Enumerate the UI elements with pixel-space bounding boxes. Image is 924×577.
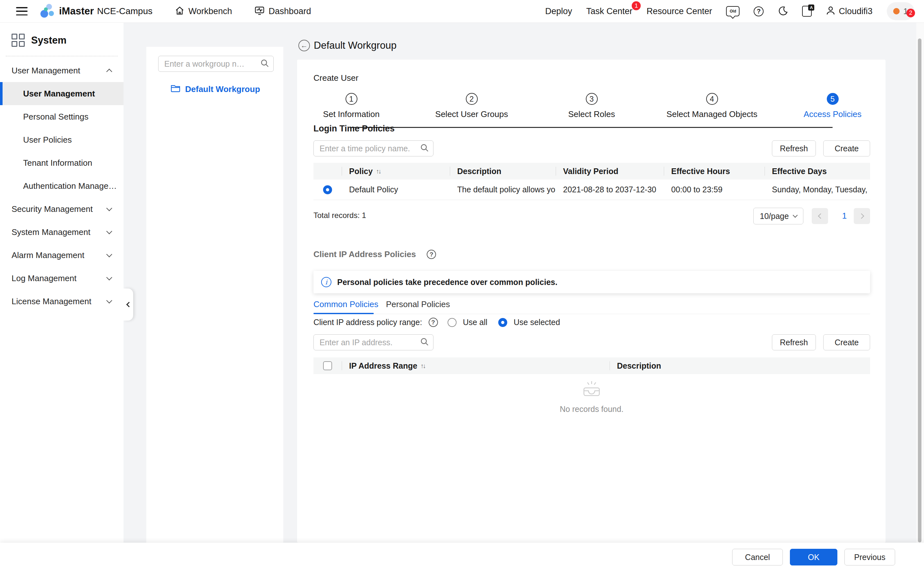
step-access-policies[interactable]: 5 Access Policies xyxy=(780,93,885,119)
cell-description: The default policy allows you… xyxy=(450,179,556,200)
sidebar-item-user-policies[interactable]: User Policies xyxy=(0,128,124,151)
nav-resource-center[interactable]: Resource Center xyxy=(646,6,712,16)
ok-button[interactable]: OK xyxy=(790,549,837,566)
top-navbar: iMaster NCE-Campus Workbench Dashboard D… xyxy=(0,0,924,23)
nav-task-center[interactable]: Task Center 1 xyxy=(586,6,632,16)
page-number[interactable]: 1 xyxy=(836,211,853,221)
sidebar-collapse-handle[interactable] xyxy=(124,288,133,321)
client-ip-refresh-button[interactable]: Refresh xyxy=(772,334,816,350)
step-label: Select Roles xyxy=(539,109,645,119)
search-icon[interactable] xyxy=(420,337,429,348)
time-policy-search-input[interactable] xyxy=(313,140,433,156)
sidebar-group-user-management[interactable]: User Management xyxy=(0,59,124,82)
radio-selected[interactable] xyxy=(323,185,332,194)
nav-deploy[interactable]: Deploy xyxy=(545,6,572,16)
brand-product-name: iMaster xyxy=(59,5,94,17)
col-effective-days: Effective Days xyxy=(764,163,870,179)
chevron-down-icon xyxy=(106,228,112,234)
ip-address-search-input[interactable] xyxy=(313,334,433,350)
workgroup-panel: Default Workgroup xyxy=(146,47,283,543)
ip-range-label: Client IP address policy range: xyxy=(313,318,422,327)
radio-use-all-label[interactable]: Use all xyxy=(463,318,487,327)
sidebar-group-security-management[interactable]: Security Management xyxy=(0,197,124,221)
login-policies-create-button[interactable]: Create xyxy=(823,140,870,156)
chevron-down-icon xyxy=(106,205,112,211)
stepper-connector-line xyxy=(351,127,833,128)
sort-icon[interactable]: ↑↓ xyxy=(421,362,425,370)
radio-use-selected[interactable] xyxy=(498,318,507,327)
nav-workbench-label: Workbench xyxy=(188,6,232,16)
cancel-button[interactable]: Cancel xyxy=(732,549,783,566)
ip-range-option-row: Client IP address policy range: ? Use al… xyxy=(313,318,560,327)
ip-address-search xyxy=(313,334,433,350)
select-all-checkbox[interactable] xyxy=(323,361,332,370)
help-icon[interactable]: ? xyxy=(429,318,438,327)
dashboard-icon xyxy=(254,6,265,17)
col-policy[interactable]: Policy↑↓ xyxy=(342,163,450,179)
sidebar-group-license-management[interactable]: License Management xyxy=(0,290,124,313)
nav-workbench[interactable]: Workbench xyxy=(175,6,232,17)
table-header-row: Policy↑↓ Description Validity Period Eff… xyxy=(313,163,870,179)
language-translate-icon[interactable]: A xyxy=(802,6,812,17)
step-set-information[interactable]: 1 Set Information xyxy=(298,93,404,119)
col-ip-address-range[interactable]: IP Address Range↑↓ xyxy=(342,358,610,374)
cell-policy: Default Policy xyxy=(342,179,450,200)
info-icon: i xyxy=(321,277,331,287)
workgroup-search xyxy=(158,56,274,72)
page-size-select[interactable]: 10/page xyxy=(753,208,803,224)
user-menu[interactable]: Cloudifi3 xyxy=(826,6,872,17)
table-row[interactable]: Default Policy The default policy allows… xyxy=(313,179,870,200)
hamburger-menu-icon[interactable] xyxy=(16,7,27,15)
info-banner: i Personal policies take precedence over… xyxy=(313,271,870,293)
sidebar-item-authentication-management[interactable]: Authentication Manage… xyxy=(0,174,124,197)
radio-column-header xyxy=(313,163,342,179)
step-select-user-groups[interactable]: 2 Select User Groups xyxy=(419,93,525,119)
client-ip-create-button[interactable]: Create xyxy=(823,334,870,350)
nav-dashboard[interactable]: Dashboard xyxy=(254,6,311,17)
prev-page-button[interactable] xyxy=(812,208,828,224)
workgroup-tree-item[interactable]: Default Workgroup xyxy=(146,84,283,95)
step-select-roles[interactable]: 3 Select Roles xyxy=(539,93,645,119)
login-policies-table: Policy↑↓ Description Validity Period Eff… xyxy=(313,163,870,200)
step-circle: 2 xyxy=(466,93,478,105)
avatar-badge: 2 xyxy=(906,9,915,17)
tab-personal-policies[interactable]: Personal Policies xyxy=(386,300,450,309)
help-icon[interactable]: ? xyxy=(754,6,764,16)
chevron-up-icon xyxy=(106,69,112,74)
sidebar-group-system-management[interactable]: System Management xyxy=(0,221,124,243)
col-ip-description: Description xyxy=(610,358,870,374)
sidebar-item-tenant-information[interactable]: Tenant Information xyxy=(0,151,124,174)
back-button[interactable]: ← xyxy=(298,40,310,51)
dark-mode-moon-icon[interactable] xyxy=(778,6,788,16)
workgroup-search-input[interactable] xyxy=(158,56,274,72)
scrollbar-thumb[interactable] xyxy=(918,39,921,542)
sidebar-group-alarm-management[interactable]: Alarm Management xyxy=(0,243,124,267)
cell-days: Sunday, Monday, Tuesday, … xyxy=(764,179,870,200)
legacy-version-icon[interactable]: Old xyxy=(726,6,740,16)
search-icon[interactable] xyxy=(260,59,269,69)
sidebar-item-user-management[interactable]: User Management xyxy=(0,82,124,105)
step-circle: 4 xyxy=(706,93,718,105)
sidebar-group-log-management[interactable]: Log Management xyxy=(0,267,124,290)
col-description: Description xyxy=(450,163,556,179)
help-icon[interactable]: ? xyxy=(427,250,436,259)
step-circle: 3 xyxy=(586,93,598,105)
sidebar-item-personal-settings[interactable]: Personal Settings xyxy=(0,105,124,128)
col-effective-hours: Effective Hours xyxy=(664,163,764,179)
table-header-row: IP Address Range↑↓ Description xyxy=(313,358,870,374)
login-policies-refresh-button[interactable]: Refresh xyxy=(772,140,816,156)
search-icon[interactable] xyxy=(420,143,429,153)
radio-use-selected-label[interactable]: Use selected xyxy=(514,318,560,327)
sidebar-divider xyxy=(6,56,118,56)
sort-icon[interactable]: ↑↓ xyxy=(376,168,381,175)
next-page-button[interactable] xyxy=(854,208,870,224)
tab-common-policies[interactable]: Common Policies xyxy=(313,300,378,309)
empty-state-text: No records found. xyxy=(527,405,656,414)
radio-use-all[interactable] xyxy=(447,318,457,327)
sidebar: System User Management User Management P… xyxy=(0,23,124,577)
assistant-pill[interactable]: 1 2 xyxy=(887,2,914,20)
info-banner-text: Personal policies take precedence over c… xyxy=(337,277,557,287)
step-select-managed-objects[interactable]: 4 Select Managed Objects xyxy=(659,93,765,119)
cell-validity: 2021-08-28 to 2037-12-30 xyxy=(556,179,664,200)
previous-button[interactable]: Previous xyxy=(845,549,895,566)
